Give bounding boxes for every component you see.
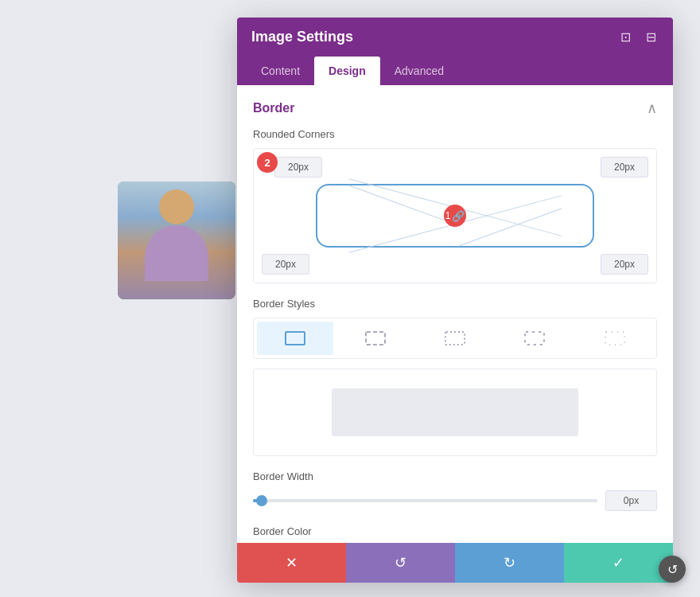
modal-title: Image Settings bbox=[251, 29, 353, 45]
save-button[interactable]: ✓ bbox=[564, 543, 673, 583]
border-width-section: Border Width bbox=[253, 470, 657, 511]
modal-content: Border ∧ Rounded Corners 2 bbox=[237, 85, 673, 543]
none-icon bbox=[604, 330, 626, 346]
rounded-corners-label: Rounded Corners bbox=[253, 128, 657, 140]
border-style-none[interactable] bbox=[577, 322, 653, 355]
dashed2-icon bbox=[444, 330, 466, 346]
tab-design[interactable]: Design bbox=[314, 57, 380, 85]
corners-top-row: 2 bbox=[262, 157, 648, 178]
svg-rect-3 bbox=[525, 332, 544, 345]
redo-button[interactable]: ↻ bbox=[455, 543, 564, 583]
border-section-header: Border ∧ bbox=[253, 100, 657, 117]
cancel-button[interactable]: ✕ bbox=[237, 543, 346, 583]
border-style-solid[interactable] bbox=[257, 322, 333, 355]
border-styles-label: Border Styles bbox=[253, 298, 657, 310]
corner-bottom-right[interactable] bbox=[601, 254, 648, 275]
badge-1-label: 1 bbox=[445, 210, 451, 221]
border-width-label: Border Width bbox=[253, 470, 657, 482]
svg-rect-2 bbox=[445, 332, 465, 345]
tab-content[interactable]: Content bbox=[247, 57, 314, 85]
svg-rect-0 bbox=[286, 332, 305, 345]
modal-header: Image Settings ⊡ ⊟ bbox=[237, 18, 673, 57]
help-icon: ↺ bbox=[667, 562, 678, 577]
screenshot-icon[interactable]: ⊡ bbox=[617, 29, 633, 45]
border-style-dashed3[interactable] bbox=[496, 322, 573, 355]
color-preview-area bbox=[253, 369, 657, 456]
svg-rect-4 bbox=[605, 332, 624, 345]
reset-button[interactable]: ↺ bbox=[346, 543, 455, 583]
border-style-dashed2[interactable] bbox=[417, 322, 493, 355]
person-image bbox=[118, 181, 235, 299]
border-styles-row bbox=[253, 318, 657, 359]
border-width-input[interactable] bbox=[605, 490, 657, 511]
tabs-bar: Content Design Advanced bbox=[237, 57, 673, 85]
slider-row bbox=[253, 490, 657, 511]
collapse-button[interactable]: ∧ bbox=[647, 100, 657, 117]
solid-icon bbox=[284, 330, 306, 346]
slider-thumb[interactable] bbox=[256, 495, 267, 506]
corners-wrapper: 2 1 🔗 bbox=[253, 148, 657, 283]
image-settings-modal: Image Settings ⊡ ⊟ Content Design Advanc… bbox=[237, 18, 673, 583]
color-preview-box bbox=[332, 388, 578, 436]
border-color-section: Border Color ✎ bbox=[253, 525, 657, 543]
border-color-label: Border Color bbox=[253, 525, 657, 537]
link-icon[interactable]: 1 🔗 bbox=[444, 205, 466, 227]
dashed1-icon bbox=[364, 330, 387, 346]
border-width-slider[interactable] bbox=[253, 499, 597, 502]
corner-top-right[interactable] bbox=[601, 157, 648, 178]
chain-icon: 🔗 bbox=[452, 210, 465, 222]
tab-advanced[interactable]: Advanced bbox=[380, 57, 458, 85]
corner-bottom-left[interactable] bbox=[262, 254, 309, 275]
corner-preview: 1 🔗 bbox=[316, 184, 594, 248]
layout-icon[interactable]: ⊟ bbox=[643, 29, 659, 45]
corner-top-left[interactable] bbox=[274, 157, 322, 178]
corners-bottom-row bbox=[262, 254, 648, 275]
corners-mid-row: 1 🔗 bbox=[262, 184, 648, 248]
header-icons: ⊡ ⊟ bbox=[617, 29, 659, 45]
border-title: Border bbox=[253, 101, 294, 115]
background-image bbox=[118, 181, 235, 299]
dashed3-icon bbox=[523, 330, 546, 346]
badge-2: 2 bbox=[257, 152, 278, 173]
help-button[interactable]: ↺ bbox=[659, 556, 686, 583]
svg-rect-1 bbox=[366, 332, 385, 345]
border-style-dashed1[interactable] bbox=[336, 322, 413, 355]
modal-footer: ✕ ↺ ↻ ✓ bbox=[237, 543, 673, 583]
